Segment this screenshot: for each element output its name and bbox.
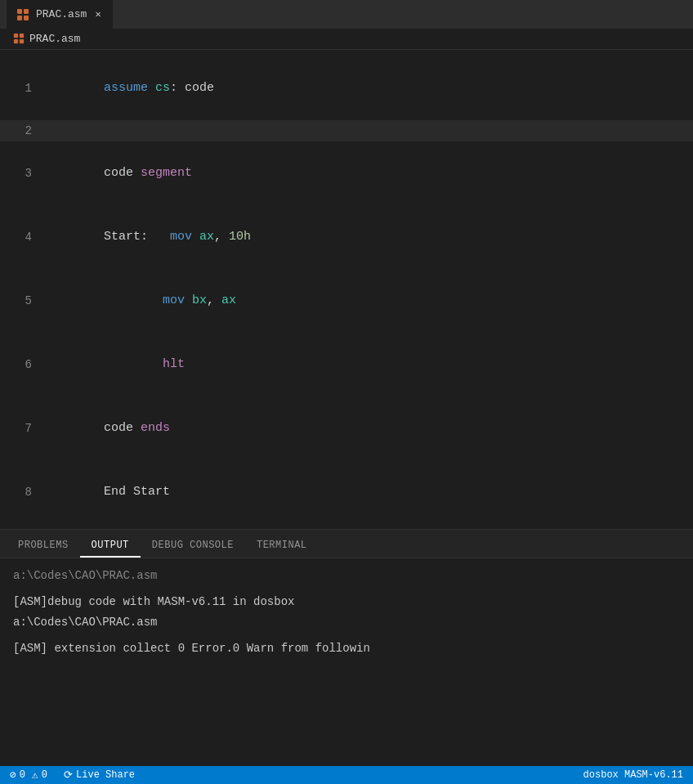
svg-rect-7 bbox=[20, 39, 24, 43]
line-content-3: code segment bbox=[45, 141, 693, 205]
token: assume bbox=[104, 81, 148, 95]
tab-file-icon bbox=[16, 7, 29, 20]
svg-rect-2 bbox=[17, 16, 22, 20]
token: : bbox=[170, 81, 185, 95]
tab-debug-console[interactable]: DEBUG CONSOLE bbox=[141, 535, 245, 558]
code-line-8: 8 End Start bbox=[0, 460, 693, 524]
line-content-7: code ends bbox=[45, 396, 693, 460]
line-content-1: assume cs: code bbox=[45, 56, 693, 120]
token: mov bbox=[170, 230, 192, 244]
code-line-3: 3 code segment bbox=[0, 141, 693, 205]
svg-rect-6 bbox=[14, 39, 18, 43]
title-bar: PRAC.asm ✕ bbox=[0, 0, 693, 29]
liveshare-icon: ⟳ bbox=[64, 768, 73, 782]
line-content-6: hlt bbox=[45, 333, 693, 396]
tab-filename: PRAC.asm bbox=[36, 8, 87, 20]
line-number-2: 2 bbox=[0, 120, 45, 141]
token: code bbox=[104, 421, 133, 435]
token bbox=[104, 293, 163, 307]
token: code bbox=[104, 166, 133, 180]
tab-problems[interactable]: PROBLEMS bbox=[7, 535, 80, 558]
panel-output-line3: [ASM] extension collect 0 Error.0 Warn f… bbox=[13, 639, 680, 657]
editor-area[interactable]: 1 assume cs: code 2 3 code segment 4 Sta… bbox=[0, 50, 693, 529]
panel-faded-line: a:\Codes\CAO\PRAC.asm bbox=[13, 567, 680, 585]
line-number-7: 7 bbox=[0, 418, 45, 439]
token: code bbox=[185, 81, 214, 95]
svg-rect-0 bbox=[17, 9, 22, 14]
token: ax bbox=[221, 293, 236, 307]
code-line-7: 7 code ends bbox=[0, 396, 693, 460]
errors-count: 0 bbox=[20, 769, 25, 781]
token: hlt bbox=[163, 357, 185, 371]
code-line-5: 5 mov bx, ax bbox=[0, 269, 693, 333]
tab-close-button[interactable]: ✕ bbox=[93, 7, 102, 22]
token: ends bbox=[133, 421, 170, 435]
token: cs bbox=[148, 81, 170, 95]
status-errors[interactable]: ⊘ 0 ⚠ 0 bbox=[7, 766, 51, 784]
warnings-count: 0 bbox=[42, 769, 47, 781]
token: 10h bbox=[229, 230, 251, 244]
code-line-6: 6 hlt bbox=[0, 333, 693, 396]
token: ax bbox=[192, 230, 214, 244]
line-number-1: 1 bbox=[0, 78, 45, 99]
breadcrumb-icon bbox=[13, 33, 25, 44]
line-number-4: 4 bbox=[0, 226, 45, 248]
editor-tab[interactable]: PRAC.asm ✕ bbox=[7, 0, 113, 29]
token: Start: bbox=[104, 230, 170, 244]
error-icon: ⊘ bbox=[10, 768, 16, 782]
line-content-4: Start: mov ax, 10h bbox=[45, 205, 693, 269]
line-number-8: 8 bbox=[0, 482, 45, 503]
token: , bbox=[207, 293, 221, 307]
breadcrumb: PRAC.asm bbox=[0, 29, 693, 50]
token: segment bbox=[133, 166, 192, 180]
token: mov bbox=[163, 293, 185, 307]
line-number-6: 6 bbox=[0, 354, 45, 375]
code-container: 1 assume cs: code 2 3 code segment 4 Sta… bbox=[0, 50, 693, 529]
breadcrumb-filename: PRAC.asm bbox=[29, 33, 80, 45]
status-liveshare[interactable]: ⟳ Live Share bbox=[60, 766, 138, 784]
panel-content: a:\Codes\CAO\PRAC.asm [ASM]debug code wi… bbox=[0, 558, 693, 766]
status-dosbox[interactable]: dosbox MASM-v6.11 bbox=[580, 766, 686, 784]
dosbox-label: dosbox MASM-v6.11 bbox=[583, 769, 683, 781]
bottom-panel: PROBLEMS OUTPUT DEBUG CONSOLE TERMINAL a… bbox=[0, 529, 693, 766]
token: End Start bbox=[104, 485, 170, 499]
status-bar: ⊘ 0 ⚠ 0 ⟳ Live Share dosbox MASM-v6.11 bbox=[0, 766, 693, 784]
svg-rect-3 bbox=[24, 16, 29, 20]
code-line-4: 4 Start: mov ax, 10h bbox=[0, 205, 693, 269]
panel-output-line2: a:\Codes\CAO\PRAC.asm bbox=[13, 613, 680, 631]
svg-rect-4 bbox=[14, 34, 18, 38]
line-content-5: mov bx, ax bbox=[45, 269, 693, 333]
code-line-2: 2 bbox=[0, 120, 693, 141]
svg-rect-1 bbox=[24, 9, 29, 14]
panel-output-line1: [ASM]debug code with MASM-v6.11 in dosbo… bbox=[13, 593, 680, 611]
token: , bbox=[214, 230, 229, 244]
line-number-5: 5 bbox=[0, 290, 45, 311]
token: bx bbox=[185, 293, 207, 307]
liveshare-label: Live Share bbox=[76, 769, 135, 781]
tab-terminal[interactable]: TERMINAL bbox=[245, 535, 319, 558]
line-number-3: 3 bbox=[0, 163, 45, 184]
token bbox=[104, 357, 163, 371]
svg-rect-5 bbox=[20, 34, 24, 38]
panel-tabs: PROBLEMS OUTPUT DEBUG CONSOLE TERMINAL bbox=[0, 530, 693, 558]
tab-output[interactable]: OUTPUT bbox=[80, 535, 141, 558]
line-content-8: End Start bbox=[45, 460, 693, 524]
code-line-1: 1 assume cs: code bbox=[0, 56, 693, 120]
warning-icon: ⚠ bbox=[32, 768, 38, 782]
